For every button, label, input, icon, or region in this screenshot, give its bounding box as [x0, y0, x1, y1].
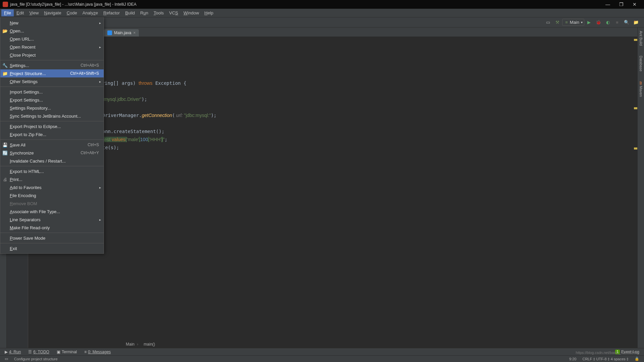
close-button[interactable]: ✕ [628, 2, 641, 7]
breadcrumb[interactable]: Main main() [126, 340, 156, 349]
menu-item-print-[interactable]: 🖨Print... [0, 175, 104, 183]
menu-vcs[interactable]: VCS [166, 9, 181, 16]
search-everywhere-icon[interactable]: 🔍 [624, 19, 630, 25]
tool-todo[interactable]: ☰ 6: TODO [28, 350, 49, 354]
menu-item-export-settings-[interactable]: Export Settings... [0, 96, 104, 104]
menu-help[interactable]: Help [202, 9, 216, 16]
menu-item-settings-repository-[interactable]: Settings Repository... [0, 104, 104, 112]
tool-run[interactable]: ▶ 4: Run [5, 350, 21, 354]
menu-item-new[interactable]: New [0, 19, 104, 27]
menu-item-import-settings-[interactable]: Import Settings... [0, 88, 104, 96]
menu-item-synchronize[interactable]: 🔄SynchronizeCtrl+Alt+Y [0, 149, 104, 157]
encoding-info[interactable]: CRLF ‡ UTF-8 ‡ 4 spaces ‡ [582, 357, 629, 361]
status-icon[interactable]: ▭ [5, 357, 8, 361]
run-configuration-selector[interactable]: ≡ Main [562, 19, 584, 26]
lock-icon[interactable]: 🔒 [635, 357, 639, 361]
menu-item-exit[interactable]: Exit [0, 244, 104, 252]
watermark: https://blog.csdn.net/baidu_41560343 [576, 351, 637, 355]
menubar: File Edit View Navigate Code Analyze Ref… [0, 9, 644, 17]
tab-main-java[interactable]: Main.java × [104, 29, 139, 37]
tool-maven[interactable]: m Maven [639, 81, 643, 97]
menu-view[interactable]: View [26, 9, 41, 16]
run-config-name: Main [570, 20, 579, 25]
menu-item-other-settings[interactable]: Other Settings [0, 77, 104, 85]
tab-close-icon[interactable]: × [133, 31, 136, 35]
menu-item-project-structure-[interactable]: 📁Project Structure...Ctrl+Alt+Shift+S [0, 69, 104, 77]
menu-item-export-to-html-[interactable]: Export to HTML... [0, 167, 104, 175]
menu-item-remove-bom[interactable]: Remove BOM [0, 199, 104, 207]
menu-item-save-all[interactable]: 💾Save AllCtrl+S [0, 141, 104, 149]
menu-item-close-project[interactable]: Close Project [0, 51, 104, 59]
run-button-icon[interactable]: ▶ [586, 19, 592, 25]
menu-item-export-project-to-eclipse-[interactable]: Export Project to Eclipse... [0, 122, 104, 130]
debug-button-icon[interactable]: 🐞 [595, 19, 601, 25]
menu-navigate[interactable]: Navigate [41, 9, 64, 16]
stop-button-icon[interactable]: ■ [614, 19, 620, 25]
status-hint: Configure project structure [14, 357, 58, 361]
tool-ant-build[interactable]: Ant Build [639, 31, 643, 46]
bottom-toolbar: ▶ 4: Run ☰ 6: TODO ▣ Terminal ≡ 0: Messa… [0, 348, 644, 355]
menu-item-open-url-[interactable]: Open URL... [0, 35, 104, 43]
caret-position[interactable]: 9:20 [569, 357, 576, 361]
menu-item-settings-[interactable]: 🔧Settings...Ctrl+Alt+S [0, 61, 104, 69]
window-title: java_file [D:\study2\java_file] - ...\sr… [10, 2, 601, 7]
crumb-method[interactable]: main() [144, 342, 156, 347]
menu-item-sync-settings-to-jetbrains-account-[interactable]: Sync Settings to JetBrains Account... [0, 112, 104, 120]
menu-item-make-file-read-only[interactable]: Make File Read-only [0, 224, 104, 232]
menu-item-export-to-zip-file-[interactable]: Export to Zip File... [0, 130, 104, 138]
tool-database[interactable]: Database [639, 56, 643, 71]
menu-item-line-separators[interactable]: Line Separators [0, 216, 104, 224]
menu-run[interactable]: Run [138, 9, 151, 16]
tab-label: Main.java [114, 31, 131, 35]
file-menu-popup: New📂Open...Open URL...Open RecentClose P… [0, 17, 104, 254]
menu-item-open-[interactable]: 📂Open... [0, 27, 104, 35]
menu-item-power-save-mode[interactable]: Power Save Mode [0, 234, 104, 242]
build-hammer-icon[interactable]: ⚒ [554, 19, 560, 25]
titlebar: java_file [D:\study2\java_file] - ...\sr… [0, 0, 644, 9]
menu-refactor[interactable]: Refactor [101, 9, 122, 16]
menu-item-invalidate-caches-restart-[interactable]: Invalidate Caches / Restart... [0, 157, 104, 165]
tool-messages[interactable]: ≡ 0: Messages [84, 350, 111, 354]
menu-file[interactable]: File [1, 9, 14, 16]
code-area[interactable]: import java.sql.*; public class Main { p… [28, 37, 637, 349]
menu-window[interactable]: Window [181, 9, 202, 16]
statusbar: ▭ Configure project structure 9:20 CRLF … [0, 355, 644, 362]
app-icon [3, 2, 8, 7]
coverage-button-icon[interactable]: ◐ [605, 19, 611, 25]
minimize-button[interactable]: — [601, 2, 614, 7]
menu-item-file-encoding[interactable]: File Encoding [0, 191, 104, 199]
menu-item-associate-with-file-type-[interactable]: Associate with File Type... [0, 207, 104, 216]
menu-item-add-to-favorites[interactable]: Add to Favorites [0, 183, 104, 191]
maximize-button[interactable]: ❐ [614, 2, 628, 7]
menu-item-open-recent[interactable]: Open Recent [0, 43, 104, 51]
menu-analyze[interactable]: Analyze [80, 9, 101, 16]
select-target-icon[interactable]: ▭ [545, 19, 551, 25]
menu-edit[interactable]: Edit [14, 9, 26, 16]
java-class-icon [107, 31, 112, 35]
menu-code[interactable]: Code [64, 9, 80, 16]
project-structure-icon[interactable]: 📁 [633, 19, 639, 25]
crumb-class[interactable]: Main [126, 342, 138, 347]
menu-build[interactable]: Build [122, 9, 138, 16]
tool-terminal[interactable]: ▣ Terminal [57, 350, 77, 354]
right-tool-stripe: Ant Build Database m Maven [637, 27, 644, 349]
error-stripe[interactable] [633, 37, 637, 204]
menu-tools[interactable]: Tools [151, 9, 166, 16]
